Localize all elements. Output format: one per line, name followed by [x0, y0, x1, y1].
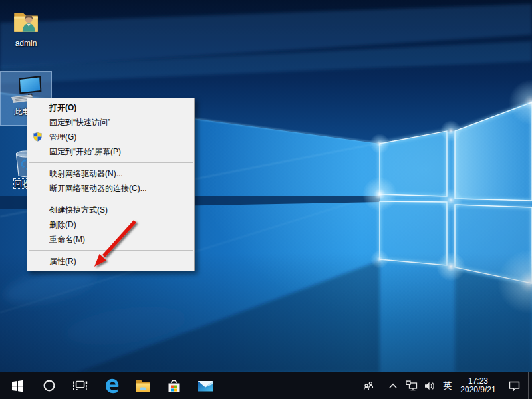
menu-separator [29, 250, 193, 251]
cortana-button[interactable] [33, 372, 65, 399]
menu-item-label: 重命名(M) [49, 234, 85, 245]
clock-time: 17:23 [456, 377, 500, 386]
desktop: admin 此电脑 [0, 0, 532, 372]
uac-shield-icon [33, 132, 43, 142]
menu-item-label: 删除(D) [49, 219, 76, 231]
edge-button[interactable] [96, 372, 127, 399]
file-explorer-icon [134, 378, 152, 393]
menu-item-disconnect-network-drive[interactable]: 断开网络驱动器的连接(C)... [27, 181, 194, 196]
volume-button[interactable] [420, 372, 439, 399]
menu-item-label: 固定到“开始”屏幕(P) [49, 146, 121, 158]
menu-item-label: 断开网络驱动器的连接(C)... [49, 183, 147, 194]
menu-item-manage[interactable]: 管理(G) [27, 130, 194, 144]
menu-item-create-shortcut[interactable]: 创建快捷方式(S) [27, 203, 194, 217]
menu-item-rename[interactable]: 重命名(M) [27, 232, 194, 247]
show-desktop-button[interactable] [528, 372, 532, 399]
menu-item-label: 固定到“快速访问” [49, 117, 110, 128]
menu-item-label: 创建快捷方式(S) [49, 205, 108, 216]
start-button[interactable] [2, 372, 33, 399]
windows-logo-icon [11, 380, 24, 392]
menu-item-label: 打开(O) [49, 102, 76, 114]
clock-date: 2020/9/21 [456, 386, 500, 395]
chevron-up-icon [388, 382, 398, 389]
menu-item-pin-to-start-screen[interactable]: 固定到“开始”屏幕(P) [27, 144, 194, 159]
icon-label: admin [15, 39, 37, 48]
menu-item-properties[interactable]: 属性(R) [27, 254, 194, 269]
menu-item-label: 属性(R) [49, 256, 76, 267]
menu-separator [29, 162, 193, 163]
context-menu: 打开(O)固定到“快速访问”管理(G)固定到“开始”屏幕(P)映射网络驱动器(N… [27, 98, 195, 271]
menu-item-label: 管理(G) [49, 132, 76, 143]
people-icon [363, 381, 374, 391]
hidden-icons-button[interactable] [383, 372, 403, 399]
ethernet-network-icon [406, 380, 418, 391]
system-tray: 英 17:23 2020/9/21 [358, 372, 532, 399]
microsoft-store-icon [166, 378, 182, 394]
desktop-icon-admin-folder[interactable]: admin [1, 4, 51, 48]
menu-item-open[interactable]: 打开(O) [27, 100, 194, 115]
ime-indicator[interactable]: 英 [439, 372, 456, 399]
clock[interactable]: 17:23 2020/9/21 [456, 377, 500, 395]
taskbar-left-group [2, 372, 221, 399]
mail-button[interactable] [190, 372, 221, 399]
speaker-icon [424, 381, 436, 391]
task-view-icon [72, 379, 88, 392]
edge-icon [103, 377, 120, 394]
menu-item-map-network-drive[interactable]: 映射网络驱动器(N)... [27, 166, 194, 181]
file-explorer-button[interactable] [127, 372, 158, 399]
network-button[interactable] [403, 372, 420, 399]
menu-separator [29, 199, 193, 200]
action-center-button[interactable] [500, 372, 528, 399]
menu-item-pin-to-quick-access[interactable]: 固定到“快速访问” [27, 115, 194, 130]
action-center-icon [509, 380, 520, 391]
menu-item-label: 映射网络驱动器(N)... [49, 168, 123, 180]
user-folder-icon [11, 7, 41, 37]
menu-item-delete[interactable]: 删除(D) [27, 217, 194, 232]
mail-icon [197, 379, 214, 393]
cortana-circle-icon [43, 379, 56, 392]
people-button[interactable] [358, 372, 379, 399]
taskbar: 英 17:23 2020/9/21 [0, 372, 532, 399]
task-view-button[interactable] [65, 372, 96, 399]
store-button[interactable] [158, 372, 190, 399]
